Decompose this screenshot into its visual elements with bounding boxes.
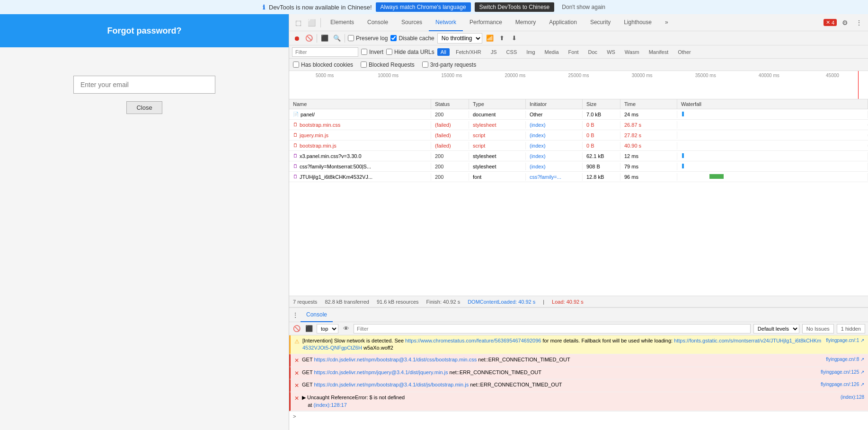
filter-js-button[interactable]: JS: [487, 48, 500, 56]
error-badge[interactable]: ✕ 4: [824, 19, 837, 26]
dont-show-link[interactable]: Don't show again: [562, 4, 605, 10]
blocked-requests-checkbox[interactable]: [361, 61, 367, 68]
filter-media-button[interactable]: Media: [541, 48, 562, 56]
tab-lighthouse[interactable]: Lighthouse: [617, 14, 658, 31]
third-party-requests-checkbox[interactable]: [422, 61, 428, 68]
filter-other-button[interactable]: Other: [674, 48, 694, 56]
switch-language-button[interactable]: Switch DevTools to Chinese: [475, 2, 555, 12]
tab-network[interactable]: Network: [429, 14, 463, 31]
tab-console[interactable]: Console: [361, 14, 395, 31]
message-source[interactable]: flyingpage.cn/:1 ↗: [826, 337, 864, 344]
header-type[interactable]: Type: [469, 99, 526, 109]
message-source[interactable]: flyingpage.cn/:125 ↗: [821, 369, 864, 376]
console-clear-button[interactable]: 🚫: [292, 324, 301, 333]
table-row[interactable]: 🗒 JTUHjIg1_i6t8kCHKm4532VJ... 200 font c…: [289, 172, 868, 182]
stack-link[interactable]: (index):128:17: [313, 402, 346, 408]
disable-cache-checkbox[interactable]: [390, 35, 397, 41]
level-select[interactable]: Default levels: [753, 324, 799, 333]
context-select[interactable]: top: [317, 324, 338, 333]
initiator-link[interactable]: (index): [530, 122, 546, 128]
search-button[interactable]: 🔍: [332, 34, 342, 43]
table-row[interactable]: 🗒 jquery.min.js (failed) script (index) …: [289, 130, 868, 140]
throttle-select[interactable]: No throttling: [437, 33, 482, 44]
load-time: Load: 40.92 s: [552, 299, 584, 305]
invert-checkbox[interactable]: [361, 49, 367, 55]
tab-performance[interactable]: Performance: [463, 14, 509, 31]
tab-sources[interactable]: Sources: [395, 14, 429, 31]
has-blocked-cookies-label[interactable]: Has blocked cookies: [293, 61, 353, 68]
eye-button[interactable]: 👁: [341, 324, 351, 333]
download-button[interactable]: ⬇: [510, 34, 519, 43]
console-menu-icon[interactable]: ⋮: [292, 311, 299, 319]
console-block-button[interactable]: ⬛: [304, 324, 314, 333]
tab-elements[interactable]: Elements: [324, 14, 361, 31]
initiator-link[interactable]: css?family=...: [530, 174, 561, 180]
header-status[interactable]: Status: [431, 99, 469, 109]
blocked-requests-label[interactable]: Blocked Requests: [361, 61, 415, 68]
header-time[interactable]: Time: [620, 99, 677, 109]
filter-input[interactable]: [292, 47, 358, 57]
console-filter-input[interactable]: [354, 324, 751, 333]
device-toolbar-button[interactable]: ⬜: [305, 17, 318, 29]
has-blocked-cookies-checkbox[interactable]: [293, 61, 299, 68]
error-url-link[interactable]: https://cdn.jsdelivr.net/npm/bootstrap@3…: [314, 382, 469, 387]
tab-security[interactable]: Security: [584, 14, 617, 31]
console-tab[interactable]: Console: [301, 308, 333, 322]
header-waterfall[interactable]: Waterfall: [677, 99, 868, 109]
settings-button[interactable]: ⚙: [839, 17, 851, 29]
hide-data-urls-checkbox[interactable]: [386, 49, 392, 55]
more-options-button[interactable]: ⋮: [853, 17, 865, 29]
close-button[interactable]: Close: [126, 101, 162, 114]
header-initiator[interactable]: Initiator: [526, 99, 583, 109]
message-text: ▶ Uncaught ReferenceError: $ is not defi…: [302, 394, 838, 409]
filter-fetch-button[interactable]: Fetch/XHR: [452, 48, 485, 56]
preserve-log-label[interactable]: Preserve log: [348, 35, 388, 42]
hide-data-urls-label[interactable]: Hide data URLs: [386, 49, 434, 55]
intervention-link[interactable]: https://www.chromestatus.com/feature/563…: [405, 338, 541, 343]
preserve-log-checkbox[interactable]: [348, 35, 354, 41]
filter-doc-button[interactable]: Doc: [585, 48, 601, 56]
record-button[interactable]: ⏺: [292, 34, 301, 43]
error-url-link[interactable]: https://cdn.jsdelivr.net/npm/bootstrap@3…: [314, 357, 477, 362]
initiator-link[interactable]: (index): [530, 132, 546, 138]
table-row[interactable]: 🗒 css?family=Montserrat:500|S... 200 sty…: [289, 161, 868, 172]
match-language-button[interactable]: Always match Chrome's language: [376, 2, 471, 12]
table-row[interactable]: 📄 panel/ 200 document Other 7.0 kB 24 ms: [289, 109, 868, 120]
initiator-link[interactable]: (index): [530, 153, 546, 159]
tab-application[interactable]: Application: [542, 14, 584, 31]
email-field[interactable]: [73, 76, 215, 94]
filter-css-button[interactable]: CSS: [503, 48, 521, 56]
disable-cache-label[interactable]: Disable cache: [390, 35, 434, 42]
clear-button[interactable]: 🚫: [304, 34, 314, 43]
error-url-link[interactable]: https://cdn.jsdelivr.net/npm/jquery@3.4.…: [314, 369, 448, 375]
filter-wasm-button[interactable]: Wasm: [621, 48, 643, 56]
table-row[interactable]: 🗒 x3.panel.min.css?v=3.30.0 200 styleshe…: [289, 151, 868, 161]
table-row[interactable]: 🗒 bootstrap.min.js (failed) script (inde…: [289, 140, 868, 151]
table-row[interactable]: 🗒 bootstrap.min.css (failed) stylesheet …: [289, 120, 868, 130]
filter-img-button[interactable]: Img: [523, 48, 538, 56]
header-name[interactable]: Name: [289, 99, 431, 109]
no-issues-button[interactable]: No Issues: [802, 324, 834, 333]
online-button[interactable]: 📶: [485, 34, 495, 43]
message-source[interactable]: flyingpage.cn/:8 ↗: [826, 356, 864, 363]
disable-cache-text: Disable cache: [399, 35, 434, 42]
third-party-requests-label[interactable]: 3rd-party requests: [422, 61, 476, 68]
initiator-link[interactable]: (index): [530, 164, 546, 169]
hidden-button[interactable]: 1 hidden: [837, 324, 865, 333]
expand-arrow[interactable]: ▶: [302, 395, 306, 400]
tab-memory[interactable]: Memory: [509, 14, 542, 31]
initiator-link[interactable]: (index): [530, 143, 546, 149]
message-source[interactable]: (index):128: [841, 394, 864, 401]
filter-manifest-button[interactable]: Manifest: [646, 48, 672, 56]
tab-more[interactable]: »: [658, 14, 675, 31]
filter-button[interactable]: ⬛: [320, 34, 329, 43]
upload-button[interactable]: ⬆: [497, 34, 507, 43]
message-source[interactable]: flyingpage.cn/:126 ↗: [821, 381, 864, 388]
filter-all-button[interactable]: All: [437, 48, 450, 56]
header-size[interactable]: Size: [583, 99, 620, 109]
invert-label[interactable]: Invert: [361, 49, 383, 55]
font-link[interactable]: https://fonts.gstatic.com/s/montserrat/v…: [302, 338, 821, 351]
filter-ws-button[interactable]: WS: [603, 48, 619, 56]
filter-font-button[interactable]: Font: [565, 48, 582, 56]
inspect-element-button[interactable]: ⬚: [292, 17, 304, 29]
